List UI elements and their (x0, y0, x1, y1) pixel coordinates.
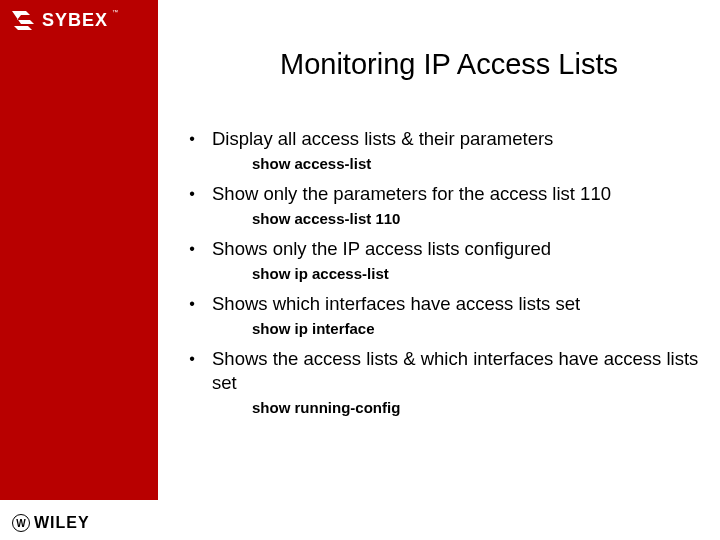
bullet-text: Shows only the IP access lists configure… (212, 237, 551, 261)
sybex-logo-text: SYBEX (42, 10, 108, 30)
bullet-text: Display all access lists & their paramet… (212, 127, 553, 151)
bullet-text: Shows which interfaces have access lists… (212, 292, 580, 316)
slide-content: Monitoring IP Access Lists • Display all… (158, 0, 720, 540)
list-item: • Display all access lists & their param… (188, 127, 700, 172)
bullet-icon: • (188, 237, 196, 261)
sybex-logo-icon (10, 8, 36, 32)
bullet-icon: • (188, 292, 196, 316)
command-text: show access-list 110 (252, 210, 700, 227)
wiley-logo: W WILEY (12, 514, 90, 532)
list-item: • Show only the parameters for the acces… (188, 182, 700, 227)
list-item: • Shows which interfaces have access lis… (188, 292, 700, 337)
bullet-text: Shows the access lists & which interface… (212, 347, 700, 395)
slide-title: Monitoring IP Access Lists (158, 48, 720, 81)
wiley-mark-letter: W (16, 518, 25, 529)
bullet-icon: • (188, 347, 196, 371)
sybex-logo: SYBEX ™ (10, 8, 108, 32)
wiley-logo-text: WILEY (34, 514, 90, 532)
command-text: show ip access-list (252, 265, 700, 282)
command-text: show access-list (252, 155, 700, 172)
bullet-icon: • (188, 182, 196, 206)
sybex-trademark: ™ (112, 9, 118, 15)
bullet-list: • Display all access lists & their param… (158, 127, 720, 416)
sidebar: SYBEX ™ (0, 0, 158, 500)
command-text: show running-config (252, 399, 700, 416)
list-item: • Shows the access lists & which interfa… (188, 347, 700, 416)
wiley-logo-icon: W (12, 514, 30, 532)
command-text: show ip interface (252, 320, 700, 337)
list-item: • Shows only the IP access lists configu… (188, 237, 700, 282)
bullet-text: Show only the parameters for the access … (212, 182, 611, 206)
bullet-icon: • (188, 127, 196, 151)
